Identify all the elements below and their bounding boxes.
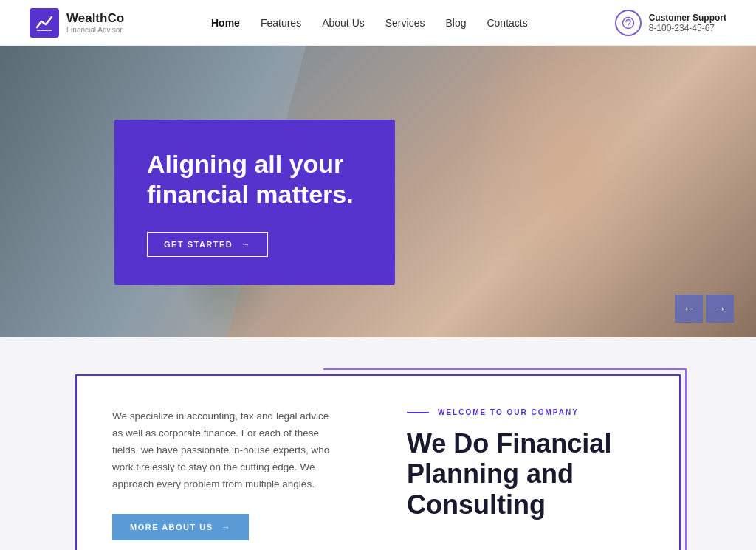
nav-home[interactable]: Home [211, 17, 240, 29]
support-text: Customer Support 8-100-234-45-67 [649, 13, 726, 33]
nav-about[interactable]: About Us [322, 17, 365, 29]
welcome-label: WELCOME TO OUR COMPANY [407, 408, 647, 416]
nav-features[interactable]: Features [261, 17, 301, 29]
section-body-text: We specialize in accounting, tax and leg… [112, 408, 341, 493]
welcome-line [407, 412, 429, 413]
logo-name: WealthCo [66, 11, 124, 26]
support-area: Customer Support 8-100-234-45-67 [615, 10, 726, 36]
hero-prev-button[interactable]: ← [675, 295, 703, 323]
more-about-us-button[interactable]: MORE ABOUT US → [112, 514, 249, 540]
hero-section: Aligning all your financial matters. GET… [0, 46, 756, 337]
logo-text: WealthCo Financial Advisor [66, 11, 124, 34]
section-right: WELCOME TO OUR COMPANY We Do Financial P… [385, 376, 679, 550]
hero-heading: Aligning all your financial matters. [147, 149, 362, 210]
logo-icon [30, 8, 59, 38]
welcome-text: WELCOME TO OUR COMPANY [438, 408, 579, 416]
nav-contacts[interactable]: Contacts [487, 17, 527, 29]
svg-point-1 [628, 26, 629, 27]
support-label: Customer Support [649, 13, 726, 23]
header: WealthCo Financial Advisor Home Features… [0, 0, 756, 46]
support-icon [615, 10, 642, 36]
main-nav: Home Features About Us Services Blog Con… [211, 17, 528, 29]
get-started-button[interactable]: GET STARTED → [147, 232, 268, 257]
logo: WealthCo Financial Advisor [30, 8, 124, 38]
hero-navigation: ← → [675, 295, 734, 323]
info-section: We specialize in accounting, tax and leg… [0, 337, 756, 550]
logo-subtitle: Financial Advisor [66, 26, 124, 34]
section-heading: We Do Financial Planning and Consulting [407, 428, 647, 520]
info-card: We specialize in accounting, tax and leg… [75, 374, 681, 550]
nav-services[interactable]: Services [385, 17, 425, 29]
nav-blog[interactable]: Blog [445, 17, 466, 29]
hero-next-button[interactable]: → [706, 295, 734, 323]
hero-card: Aligning all your financial matters. GET… [114, 120, 395, 285]
support-phone: 8-100-234-45-67 [649, 23, 726, 33]
section-left: We specialize in accounting, tax and leg… [77, 376, 385, 550]
